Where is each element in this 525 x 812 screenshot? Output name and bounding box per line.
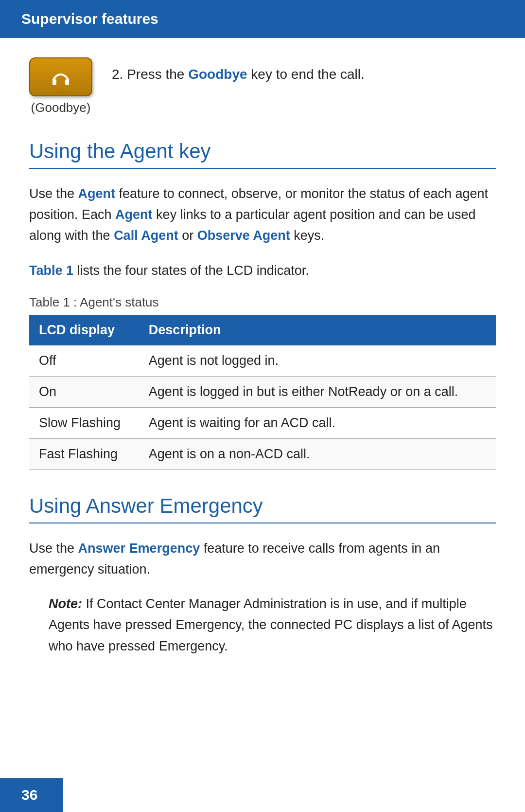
col-lcd-display: LCD display	[29, 315, 139, 345]
main-content: (Goodbye) 2. Press the Goodbye key to en…	[0, 57, 525, 730]
table-row: OnAgent is logged in but is either NotRe…	[29, 376, 496, 407]
table-cell-description: Agent is logged in but is either NotRead…	[139, 376, 496, 407]
table-cell-lcd: Off	[29, 345, 139, 377]
table-cell-description: Agent is waiting for an ACD call.	[139, 407, 496, 438]
section1-p1-suffix: keys.	[290, 228, 325, 243]
section2-heading: Using Answer Emergency	[29, 494, 496, 523]
table-row: OffAgent is not logged in.	[29, 345, 496, 377]
section1-observe-agent-bold: Observe Agent	[197, 228, 290, 243]
phone-icon	[49, 65, 73, 89]
note-label: Note:	[49, 596, 82, 611]
note-block: Note: If Contact Center Manager Administ…	[29, 594, 496, 657]
table-row: Fast FlashingAgent is on a non-ACD call.	[29, 438, 496, 469]
table-row: Slow FlashingAgent is waiting for an ACD…	[29, 407, 496, 438]
section1-call-agent-bold: Call Agent	[114, 228, 178, 243]
page-title: Supervisor features	[21, 11, 158, 27]
table-cell-lcd: Fast Flashing	[29, 438, 139, 469]
goodbye-key-label: Goodbye	[188, 67, 247, 82]
section1-heading: Using the Agent key	[29, 140, 496, 169]
section1-agent-bold1: Agent	[78, 186, 116, 201]
section2-p1-prefix: Use the	[29, 541, 78, 556]
svg-rect-0	[52, 79, 56, 85]
section1-table-ref-para: Table 1 lists the four states of the LCD…	[29, 260, 496, 281]
section-agent-key: Using the Agent key Use the Agent featur…	[29, 140, 496, 470]
table-cell-lcd: On	[29, 376, 139, 407]
step-number: 2.	[112, 67, 123, 82]
step-text: 2. Press the Goodbye key to end the call…	[112, 57, 365, 85]
table1-link[interactable]: Table 1	[29, 263, 73, 278]
header-bar: Supervisor features	[0, 0, 525, 38]
svg-rect-1	[65, 79, 69, 85]
table-cell-lcd: Slow Flashing	[29, 407, 139, 438]
step-prefix: Press the	[127, 67, 188, 82]
section-answer-emergency: Using Answer Emergency Use the Answer Em…	[29, 494, 496, 657]
table-caption: Table 1 : Agent's status	[29, 295, 496, 310]
goodbye-phone-button	[29, 57, 92, 96]
goodbye-caption: (Goodbye)	[31, 100, 91, 115]
table-ref-suffix: lists the four states of the LCD indicat…	[73, 263, 309, 278]
page-number: 36	[21, 787, 37, 803]
section2-paragraph1: Use the Answer Emergency feature to rece…	[29, 538, 496, 580]
section1-agent-bold2: Agent	[115, 207, 153, 222]
table-cell-description: Agent is on a non-ACD call.	[139, 438, 496, 469]
table-header-row: LCD display Description	[29, 315, 496, 345]
section1-p1-prefix: Use the	[29, 186, 78, 201]
section1-p1-mid3: or	[178, 228, 197, 243]
note-text: If Contact Center Manager Administration…	[49, 596, 493, 653]
section1-paragraph1: Use the Agent feature to connect, observ…	[29, 183, 496, 247]
col-description: Description	[139, 315, 496, 345]
agent-status-table: LCD display Description OffAgent is not …	[29, 315, 496, 470]
intro-section: (Goodbye) 2. Press the Goodbye key to en…	[29, 57, 496, 115]
table-cell-description: Agent is not logged in.	[139, 345, 496, 377]
phone-button-container: (Goodbye)	[29, 57, 92, 115]
answer-emergency-bold: Answer Emergency	[78, 541, 200, 556]
footer-bar: 36	[0, 778, 63, 812]
step-suffix: key to end the call.	[247, 67, 365, 82]
